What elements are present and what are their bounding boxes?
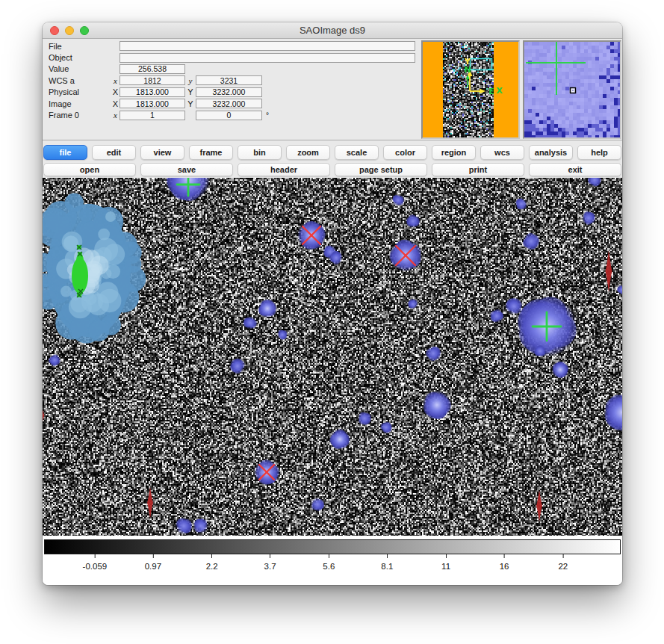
physical-x-label: X bbox=[111, 87, 120, 96]
colorbar-ticks: -0.059 0.97 2.2 3.7 5.6 8.1 11 16 22 bbox=[44, 554, 621, 581]
menu-button-edit[interactable]: edit bbox=[92, 145, 136, 160]
frame-x-label: x bbox=[111, 111, 120, 120]
value-label: Value bbox=[49, 64, 111, 73]
magnifier-canvas bbox=[524, 42, 620, 137]
tick-mark bbox=[504, 554, 505, 558]
colorbar[interactable] bbox=[44, 539, 621, 554]
file-row: File bbox=[49, 40, 415, 52]
menu-button-zoom[interactable]: zoom bbox=[286, 145, 330, 160]
degree-symbol: ° bbox=[266, 111, 269, 120]
magnifier bbox=[523, 40, 621, 139]
open-button[interactable]: open bbox=[43, 163, 136, 176]
tick-mark bbox=[152, 554, 153, 558]
window-controls bbox=[50, 26, 89, 35]
info-panel: File Object Value 256.538 WCS a x 1812 y… bbox=[43, 39, 622, 140]
menu-button-wcs[interactable]: wcs bbox=[480, 145, 524, 160]
image-display[interactable] bbox=[43, 178, 622, 536]
file-label: File bbox=[49, 42, 111, 51]
physical-y-label: Y bbox=[185, 87, 196, 96]
page-setup-button[interactable]: page setup bbox=[335, 163, 427, 176]
tick-label: 11 bbox=[441, 562, 450, 571]
wcs-y-label: y bbox=[185, 76, 196, 85]
fullscreen-button[interactable] bbox=[80, 26, 89, 35]
window-title: SAOImage ds9 bbox=[43, 22, 622, 38]
tick-label: 5.6 bbox=[323, 562, 335, 571]
menu-button-analysis[interactable]: analysis bbox=[529, 145, 573, 160]
wcs-x-label: x bbox=[111, 76, 120, 85]
image-x-field[interactable]: 1813.000 bbox=[120, 99, 185, 108]
tick-label: 3.7 bbox=[264, 562, 276, 571]
menu-row-file: open save header page setup print exit bbox=[43, 163, 621, 176]
menu-button-frame[interactable]: frame bbox=[189, 145, 233, 160]
menu-button-file[interactable]: file bbox=[43, 145, 87, 160]
menu-button-help[interactable]: help bbox=[577, 145, 621, 160]
wcs-x-field[interactable]: 1812 bbox=[120, 75, 185, 85]
exit-button[interactable]: exit bbox=[529, 163, 621, 176]
colorbar-panel: -0.059 0.97 2.2 3.7 5.6 8.1 11 16 22 bbox=[43, 536, 622, 585]
tick-mark bbox=[329, 554, 329, 558]
tick-label: 22 bbox=[558, 562, 568, 571]
tick-label: 0.97 bbox=[145, 562, 161, 571]
ds9-window: SAOImage ds9 File Object Value 256.538 W… bbox=[43, 22, 622, 585]
file-field[interactable] bbox=[120, 41, 415, 51]
panner[interactable] bbox=[421, 40, 520, 139]
physical-label: Physical bbox=[49, 87, 111, 96]
wcs-label: WCS a bbox=[49, 76, 111, 85]
tick-label: 8.1 bbox=[381, 562, 393, 571]
header-button[interactable]: header bbox=[238, 163, 330, 176]
image-row: Image X 1813.000 Y 3232.000 bbox=[49, 98, 415, 109]
menubar: file edit view frame bin zoom scale colo… bbox=[43, 140, 622, 178]
tick-label: -0.059 bbox=[83, 562, 108, 571]
menu-button-color[interactable]: color bbox=[383, 145, 427, 160]
wcs-y-field[interactable]: 3231 bbox=[196, 75, 262, 85]
object-field[interactable] bbox=[120, 53, 415, 63]
save-button[interactable]: save bbox=[140, 163, 233, 176]
image-y-label: Y bbox=[185, 99, 196, 108]
menu-button-view[interactable]: view bbox=[140, 145, 184, 160]
image-x-label: X bbox=[111, 99, 120, 108]
coordinate-readout: File Object Value 256.538 WCS a x 1812 y… bbox=[49, 40, 415, 121]
menu-button-scale[interactable]: scale bbox=[335, 145, 379, 160]
close-button[interactable] bbox=[50, 26, 59, 35]
menu-row-main: file edit view frame bin zoom scale colo… bbox=[43, 145, 621, 160]
wcs-row: WCS a x 1812 y 3231 bbox=[49, 75, 415, 86]
frame-angle-field[interactable]: 0 bbox=[196, 111, 262, 120]
menu-button-region[interactable]: region bbox=[432, 145, 476, 160]
frame-row: Frame 0 x 1 0 ° bbox=[49, 109, 415, 120]
object-row: Object bbox=[49, 52, 415, 63]
value-field[interactable]: 256.538 bbox=[120, 64, 185, 74]
panner-canvas[interactable] bbox=[423, 42, 518, 137]
value-row: Value 256.538 bbox=[49, 64, 415, 75]
tick-mark bbox=[211, 554, 212, 558]
minimize-button[interactable] bbox=[65, 26, 74, 35]
tick-mark bbox=[270, 554, 270, 558]
print-button[interactable]: print bbox=[432, 163, 524, 176]
frame-zoom-field[interactable]: 1 bbox=[120, 111, 185, 120]
object-label: Object bbox=[49, 53, 111, 62]
menu-button-bin[interactable]: bin bbox=[238, 145, 282, 160]
physical-row: Physical X 1813.000 Y 3232.000 bbox=[49, 87, 415, 98]
physical-x-field[interactable]: 1813.000 bbox=[120, 87, 185, 97]
titlebar[interactable]: SAOImage ds9 bbox=[43, 22, 622, 39]
image-label: Image bbox=[49, 99, 111, 108]
tick-label: 2.2 bbox=[206, 562, 218, 571]
physical-y-field[interactable]: 3232.000 bbox=[196, 87, 262, 97]
tick-mark bbox=[94, 554, 95, 558]
tick-mark bbox=[446, 554, 447, 558]
tick-label: 16 bbox=[500, 562, 509, 571]
tick-mark bbox=[562, 554, 563, 558]
image-y-field[interactable]: 3232.000 bbox=[196, 99, 262, 108]
frame-label: Frame 0 bbox=[49, 111, 111, 120]
tick-mark bbox=[387, 554, 388, 558]
